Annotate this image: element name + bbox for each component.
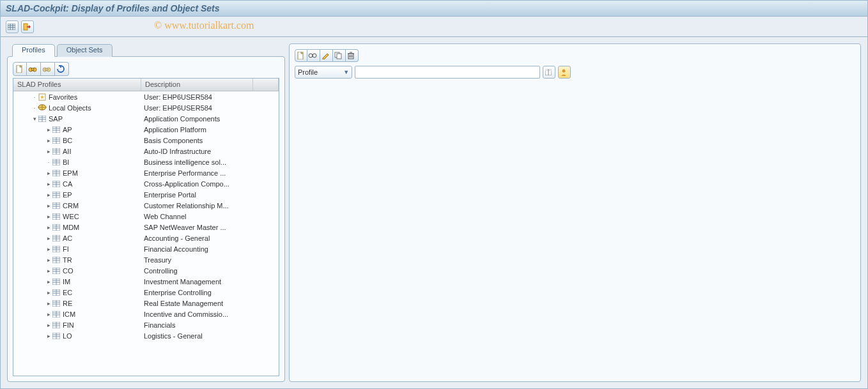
expander-icon[interactable]: ▸ <box>45 148 52 155</box>
svg-rect-0 <box>8 24 15 30</box>
tree-row-tr[interactable]: ▸TRTreasury <box>13 254 279 265</box>
expander-icon[interactable]: · <box>31 105 38 111</box>
expander-icon[interactable]: · <box>31 94 38 100</box>
tree-row-co[interactable]: ▸COControlling <box>13 265 279 276</box>
user-icon <box>559 68 568 76</box>
tree-row-mdm[interactable]: ▸MDMSAP NetWeaver Master ... <box>13 222 279 233</box>
node-label: AP <box>63 126 72 133</box>
tree-row-im[interactable]: ▸IMInvestment Management <box>13 276 279 287</box>
node-label: BC <box>63 137 72 144</box>
expander-icon[interactable]: ▸ <box>45 170 52 176</box>
expander-icon[interactable]: · <box>45 159 52 165</box>
right-delete-button[interactable] <box>346 49 359 62</box>
expander-icon[interactable]: ▸ <box>45 126 52 133</box>
expander-icon[interactable]: ▸ <box>45 311 52 317</box>
node-description: Investment Management <box>141 278 279 286</box>
tree-row-ca[interactable]: ▸CACross-Application Compo... <box>13 178 279 189</box>
tree-row-lo[interactable]: ▸LOLogistics - General <box>13 330 279 341</box>
tree-row-bc[interactable]: ▸BCBasis Components <box>13 135 279 146</box>
tree-body[interactable]: ·FavoritesUser: EHP6USER584·Local Object… <box>13 91 279 376</box>
expander-icon[interactable]: ▸ <box>45 300 52 307</box>
expander-icon[interactable]: ▸ <box>45 202 52 209</box>
right-copy-button[interactable] <box>333 49 346 62</box>
node-label: LO <box>63 332 72 340</box>
expander-icon[interactable]: ▸ <box>45 246 52 252</box>
expander-icon[interactable]: ▸ <box>45 333 52 339</box>
node-label: AC <box>63 234 72 242</box>
expander-icon[interactable]: ▸ <box>45 192 52 198</box>
node-description: Auto-ID Infrastructure <box>141 148 279 155</box>
expander-icon[interactable]: ▾ <box>31 116 38 122</box>
tree-row-icm[interactable]: ▸ICMIncentive and Commissio... <box>13 309 279 319</box>
expander-icon[interactable]: ▸ <box>45 213 52 220</box>
tool-table-button[interactable] <box>6 20 19 33</box>
node-description: Accounting - General <box>141 234 279 242</box>
right-display-button[interactable] <box>307 49 320 62</box>
node-icon <box>52 202 61 210</box>
expander-icon[interactable]: ▸ <box>45 268 52 274</box>
tree-header-name[interactable]: SLAD Profiles <box>13 79 141 91</box>
tree-row-ep[interactable]: ▸EPEnterprise Portal <box>13 189 279 200</box>
left-panel: Profiles Object Sets <box>7 43 285 382</box>
expander-icon[interactable]: ▸ <box>45 257 52 263</box>
profile-form-row: Profile ▼ <box>295 66 855 79</box>
tree-row-aii[interactable]: ▸AIIAuto-ID Infrastructure <box>13 146 279 156</box>
tree-row-bi[interactable]: ·BIBusiness intelligence sol... <box>13 156 279 167</box>
expander-icon[interactable]: ▸ <box>45 235 52 241</box>
content-area: Profiles Object Sets <box>0 37 868 389</box>
value-help-button[interactable] <box>543 66 555 79</box>
node-icon <box>52 158 61 166</box>
tab-profiles[interactable]: Profiles <box>12 44 55 57</box>
node-description: Financials <box>141 321 279 329</box>
right-change-button[interactable] <box>320 49 333 62</box>
left-create-button[interactable] <box>13 62 27 76</box>
tree-header-desc[interactable]: Description <box>141 79 253 91</box>
profile-name-input[interactable] <box>355 66 540 79</box>
user-button[interactable] <box>558 66 571 79</box>
expander-icon[interactable]: ▸ <box>45 137 52 144</box>
node-label: EP <box>63 191 72 199</box>
tree-row-fi[interactable]: ▸FIFinancial Accounting <box>13 243 279 254</box>
tree-row-crm[interactable]: ▸CRMCustomer Relationship M... <box>13 200 279 211</box>
left-panel-body: SLAD Profiles Description ·FavoritesUser… <box>7 56 285 382</box>
expander-icon[interactable]: ▸ <box>45 224 52 231</box>
tree-row-ec[interactable]: ▸ECEnterprise Controlling <box>13 287 279 298</box>
tree-header: SLAD Profiles Description <box>13 79 279 91</box>
node-description: Incentive and Commissio... <box>141 310 279 318</box>
node-label: TR <box>63 256 72 264</box>
left-find-next-button[interactable] <box>41 62 55 76</box>
expander-icon[interactable]: ▸ <box>45 181 52 187</box>
tree-row-fin[interactable]: ▸FINFinancials <box>13 319 279 330</box>
svg-point-104 <box>313 54 316 57</box>
node-icon <box>38 115 47 123</box>
left-refresh-button[interactable] <box>55 62 69 76</box>
tree-row-local-objects[interactable]: ·Local ObjectsUser: EHP6USER584 <box>13 102 279 113</box>
node-icon <box>52 224 61 231</box>
node-label: CA <box>63 180 72 188</box>
left-toolbar <box>13 62 279 76</box>
right-create-button[interactable] <box>295 49 307 62</box>
tool-exit-button[interactable] <box>21 20 34 33</box>
window-titlebar: SLAD-Cockpit: Display of Profiles and Ob… <box>0 0 868 17</box>
tree-row-favorites[interactable]: ·FavoritesUser: EHP6USER584 <box>13 91 279 102</box>
tree-row-epm[interactable]: ▸EPMEnterprise Performance ... <box>13 167 279 178</box>
node-label: CO <box>63 267 74 275</box>
tree-row-sap[interactable]: ▾SAPApplication Components <box>13 113 279 124</box>
expander-icon[interactable]: ▸ <box>45 322 52 328</box>
expander-icon[interactable]: ▸ <box>45 278 52 285</box>
binoculars-icon <box>28 65 37 73</box>
node-description: User: EHP6USER584 <box>141 93 279 101</box>
tree-row-ac[interactable]: ▸ACAccounting - General <box>13 233 279 243</box>
tree-row-wec[interactable]: ▸WECWeb Channel <box>13 211 279 222</box>
profile-type-select[interactable]: Profile ▼ <box>295 66 352 79</box>
tree-row-re[interactable]: ▸REReal Estate Management <box>13 298 279 309</box>
tab-object-sets[interactable]: Object Sets <box>57 44 112 57</box>
left-find-button[interactable] <box>27 62 41 76</box>
expander-icon[interactable]: ▸ <box>45 289 52 296</box>
node-icon <box>52 180 61 188</box>
exit-icon <box>22 23 31 31</box>
refresh-icon <box>56 65 65 73</box>
tree-row-ap[interactable]: ▸APApplication Platform <box>13 124 279 135</box>
node-icon <box>52 256 61 264</box>
node-icon <box>52 278 61 286</box>
